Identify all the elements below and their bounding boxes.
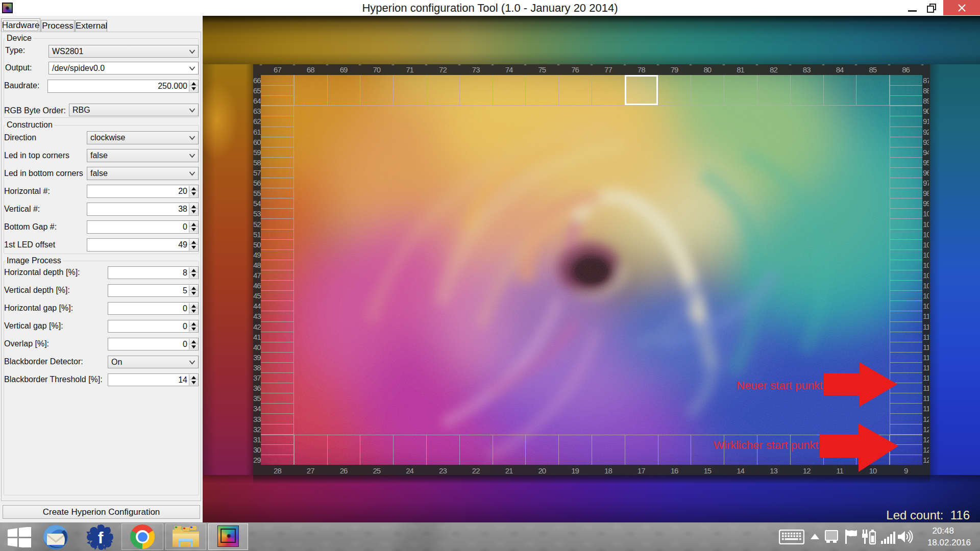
svg-text:f: f <box>98 529 104 547</box>
